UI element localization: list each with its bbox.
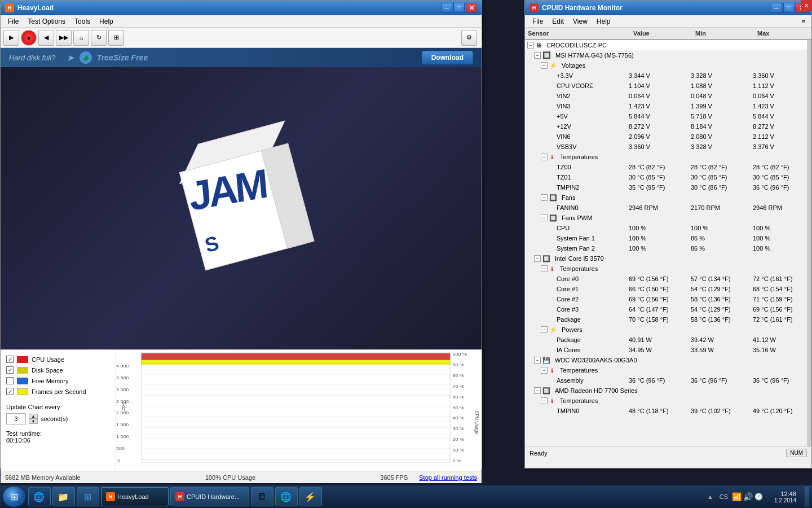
expand-computer[interactable]: −: [527, 42, 534, 49]
expand-fans[interactable]: −: [541, 194, 548, 201]
menu-help[interactable]: Help: [95, 16, 118, 27]
table-row[interactable]: System Fan 1100 %86 %100 %: [525, 233, 807, 243]
taskbar-item-icon7[interactable]: ⚡: [299, 487, 322, 506]
taskbar-item-explorer[interactable]: 📁: [52, 487, 75, 506]
table-row[interactable]: TZ0130 °C (85 °F)30 °C (85 °F)30 °C (85 …: [525, 172, 807, 182]
table-row[interactable]: Core #269 °C (156 °F)58 °C (136 °F)71 °C…: [525, 294, 807, 304]
table-row[interactable]: +3.3V3.344 V3.328 V3.360 V: [525, 71, 807, 81]
menu-file[interactable]: File: [3, 16, 23, 27]
runtime-label: Test runtime:: [6, 430, 110, 437]
expand-voltages[interactable]: −: [541, 62, 548, 69]
toolbar-forward-button[interactable]: ▶▶: [56, 30, 72, 46]
expand-temps-cpu[interactable]: −: [541, 265, 548, 272]
taskbar-item-windows[interactable]: ⊞: [77, 487, 99, 506]
sensor-max: 30 °C (85 °F): [751, 174, 807, 181]
spinner-up-button[interactable]: ▲: [29, 414, 38, 419]
screen-close-button[interactable]: ×: [801, 0, 812, 11]
table-row[interactable]: CPU100 %100 %100 %: [525, 223, 807, 233]
taskbar-item-icon5[interactable]: 🖥: [251, 487, 273, 506]
heavyload-maximize-button[interactable]: □: [453, 3, 465, 13]
tree-row-voltages[interactable]: − ⚡ Voltages: [525, 60, 807, 71]
free-memory-checkbox[interactable]: [6, 377, 14, 384]
tree-row-msi[interactable]: − 🔲 MSI H77MA-G43 (MS-7756): [525, 50, 807, 60]
tree-row-fans-pwm[interactable]: − 🔲 Fans PWM: [525, 213, 807, 223]
table-row[interactable]: System Fan 2100 %86 %100 %: [525, 243, 807, 253]
table-row[interactable]: Package70 °C (158 °F)58 °C (136 °F)72 °C…: [525, 314, 807, 325]
tray-expand-icon[interactable]: ▲: [705, 492, 716, 501]
tree-row-computer[interactable]: − 🖥 CROCODILUSCZ-PC: [525, 40, 807, 50]
update-value-input[interactable]: 3: [6, 413, 26, 424]
toolbar-back-button[interactable]: ◀: [38, 30, 54, 46]
toolbar-play-button[interactable]: ▶: [3, 30, 19, 46]
table-row[interactable]: Core #166 °C (150 °F)54 °C (129 °F)68 °C…: [525, 284, 807, 294]
cpuid-menu-help[interactable]: Help: [592, 16, 615, 27]
taskbar-item-browser[interactable]: 🌐: [28, 487, 51, 506]
tree-row-powers[interactable]: − ⚡ Powers: [525, 325, 807, 335]
tree-row-temps-disk[interactable]: − 🌡 Temperatures: [525, 365, 807, 375]
table-row[interactable]: IA Cores34.95 W33.59 W35.16 W: [525, 345, 807, 355]
tree-content[interactable]: − 🖥 CROCODILUSCZ-PC − 🔲 MSI H77MA-G43 (M…: [525, 40, 811, 446]
tree-row-temps-gpu[interactable]: − 🌡 Temperatures: [525, 396, 807, 406]
cpuid-menu-file[interactable]: File: [528, 16, 548, 27]
clock-icon: 🕐: [754, 493, 763, 501]
toolbar-settings-button[interactable]: ⚙: [461, 30, 477, 46]
cpuid-minimize-button[interactable]: ─: [771, 3, 782, 13]
menu-test-options[interactable]: Test Options: [23, 16, 70, 27]
toolbar-home-button[interactable]: ⌂: [73, 30, 89, 46]
table-row[interactable]: VIN20.064 V0.048 V0.064 V: [525, 91, 807, 101]
tree-row-temps-msi[interactable]: − 🌡 Temperatures: [525, 152, 807, 162]
expand-fans-pwm[interactable]: −: [541, 214, 548, 221]
disk-space-checkbox[interactable]: [6, 366, 14, 374]
tree-row-cpu[interactable]: − 🔲 Intel Core i5 3570: [525, 253, 807, 264]
expand-cpu[interactable]: −: [534, 255, 541, 262]
start-button[interactable]: ⊞: [3, 487, 25, 507]
tree-row-disk[interactable]: − 💾 WDC WD3200AAKS-00G3A0: [525, 355, 807, 365]
table-row[interactable]: CPU VCORE1.104 V1.088 V1.112 V: [525, 81, 807, 91]
table-row[interactable]: TMPIN048 °C (118 °F)39 °C (102 °F)49 °C …: [525, 406, 807, 416]
table-row[interactable]: VSB3V3.360 V3.328 V3.376 V: [525, 142, 807, 152]
stop-all-button[interactable]: Stop all running tests: [419, 474, 477, 481]
cpuid-menu-view[interactable]: View: [568, 16, 592, 27]
heavyload-minimize-button[interactable]: ─: [441, 3, 452, 13]
expand-msi[interactable]: −: [534, 52, 541, 59]
menu-tools[interactable]: Tools: [70, 16, 95, 27]
expand-temps-disk[interactable]: −: [541, 367, 548, 374]
toolbar-grid-button[interactable]: ⊞: [108, 30, 124, 46]
table-row[interactable]: Core #364 °C (147 °F)54 °C (129 °F)69 °C…: [525, 304, 807, 314]
table-row[interactable]: +12V8.272 V8.184 V8.272 V: [525, 121, 807, 132]
toolbar-record-button[interactable]: ●: [21, 30, 37, 46]
table-row[interactable]: TMPIN235 °C (95 °F)30 °C (86 °F)36 °C (9…: [525, 182, 807, 192]
cpuid-menu-edit[interactable]: Edit: [548, 16, 568, 27]
tree-row-fans[interactable]: − 🔲 Fans: [525, 192, 807, 203]
toolbar-refresh-button[interactable]: ↻: [91, 30, 107, 46]
fps-checkbox[interactable]: [6, 388, 14, 395]
cpu-usage-checkbox[interactable]: [6, 356, 14, 363]
sensor-name: VSB3V: [554, 143, 626, 150]
expand-gpu[interactable]: −: [534, 387, 541, 394]
expand-temps-msi[interactable]: −: [541, 154, 548, 160]
spinner-down-button[interactable]: ▼: [29, 419, 38, 424]
taskbar-item-cpuid[interactable]: H CPUID Hardware...: [170, 487, 249, 506]
table-row[interactable]: VIN62.096 V2.080 V2.112 V: [525, 132, 807, 142]
expand-powers[interactable]: −: [541, 326, 548, 333]
table-row[interactable]: VIN31.423 V1.399 V1.423 V: [525, 101, 807, 111]
table-row[interactable]: +5V5.844 V5.718 V5.844 V: [525, 111, 807, 121]
heavyload-close-button[interactable]: ✕: [466, 3, 477, 13]
table-row[interactable]: TZ0028 °C (82 °F)28 °C (82 °F)28 °C (82 …: [525, 162, 807, 172]
table-row[interactable]: FANIN02946 RPM2170 RPM2946 RPM: [525, 203, 807, 213]
taskbar-item-icon6[interactable]: 🌐: [275, 487, 298, 506]
expand-temps-gpu[interactable]: −: [541, 397, 548, 404]
sensor-min: 36 °C (96 °F): [689, 377, 751, 384]
table-row[interactable]: Assembly36 °C (96 °F)36 °C (96 °F)36 °C …: [525, 375, 807, 386]
tree-row-temps-cpu[interactable]: − 🌡 Temperatures: [525, 264, 807, 274]
show-desktop-button[interactable]: [805, 487, 809, 507]
volume-tray-icon[interactable]: 🔊: [743, 492, 753, 501]
taskbar-item-heavyload[interactable]: H HeavyLoad: [101, 487, 169, 506]
tree-row-gpu[interactable]: − 🔲 AMD Radeon HD 7700 Series: [525, 386, 807, 396]
expand-disk[interactable]: −: [534, 357, 541, 364]
download-button[interactable]: Download: [422, 51, 473, 64]
cpuid-menu-hamburger[interactable]: ≡: [798, 17, 809, 26]
table-row[interactable]: Package40.91 W39.42 W41.12 W: [525, 335, 807, 345]
cpuid-maximize-button[interactable]: □: [783, 3, 795, 13]
table-row[interactable]: Core #069 °C (156 °F)57 °C (134 °F)72 °C…: [525, 274, 807, 284]
